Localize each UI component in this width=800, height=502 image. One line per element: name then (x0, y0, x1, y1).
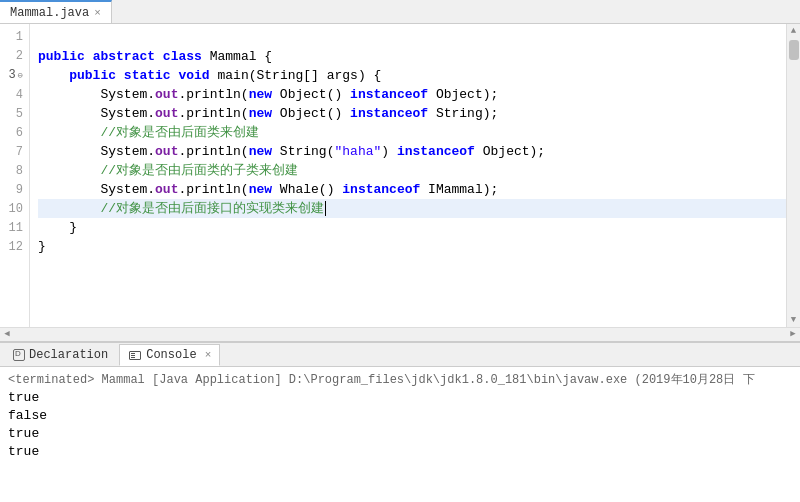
console-icon (128, 348, 142, 362)
line-number: 11 (6, 219, 23, 238)
tab-close-icon[interactable]: × (94, 7, 101, 19)
declaration-icon (13, 349, 25, 361)
scroll-track[interactable] (16, 330, 784, 340)
system-text-5: System. (100, 106, 155, 121)
line-number: 9 (6, 181, 23, 200)
println-7: .println( (178, 144, 248, 159)
console-tab-close[interactable]: × (205, 349, 212, 361)
code-line-3: public static void main(String[] args) { (38, 66, 786, 85)
code-line-6: //对象是否由后面类来创建 (38, 123, 786, 142)
keyword-instanceof-4: instanceof (350, 87, 428, 102)
line-number: 2 (6, 47, 23, 66)
declaration-tab-label: Declaration (29, 348, 108, 362)
code-line-11: } (38, 218, 786, 237)
code-line-10: //对象是否由后面接口的实现类来创建 (38, 199, 786, 218)
code-line-8: //对象是否由后面类的子类来创建 (38, 161, 786, 180)
output-line-4: true (8, 443, 792, 461)
keyword-public-2: public (69, 68, 116, 83)
end-5: String); (428, 106, 498, 121)
out-9: out (155, 182, 178, 197)
rest-7b: ) (381, 144, 397, 159)
close-brace-12: } (38, 239, 46, 254)
keyword-instanceof-7: instanceof (397, 144, 475, 159)
class-name-text: Mammal { (210, 49, 272, 64)
out-5: out (155, 106, 178, 121)
method-main: main(String[] args) { (218, 68, 382, 83)
system-text-9: System. (100, 182, 155, 197)
tab-declaration[interactable]: Declaration (4, 344, 117, 366)
editor-tab[interactable]: Mammal.java × (0, 0, 112, 23)
rest-5: Object() (272, 106, 350, 121)
bottom-panel: Declaration Console × <terminated> Mamma… (0, 342, 800, 502)
code-line-5: System.out.println(new Object() instance… (38, 104, 786, 123)
vertical-scrollbar[interactable]: ▲ ▼ (786, 24, 800, 327)
scroll-down-arrow[interactable]: ▼ (787, 313, 800, 327)
code-line-7: System.out.println(new String("haha") in… (38, 142, 786, 161)
system-text-7: System. (100, 144, 155, 159)
line-number: 1 (6, 28, 23, 47)
keyword-void: void (178, 68, 209, 83)
code-line-2: public abstract class Mammal { (38, 47, 786, 66)
console-tab-label: Console (146, 348, 196, 362)
comment-10: //对象是否由后面接口的实现类来创建 (100, 201, 326, 216)
line-number: 10 (6, 200, 23, 219)
scroll-right-arrow[interactable]: ▶ (786, 328, 800, 342)
line-number: 6 (6, 124, 23, 143)
comment-8: //对象是否由后面类的子类来创建 (100, 163, 298, 178)
println-5: .println( (178, 106, 248, 121)
keyword-new-5: new (249, 106, 272, 121)
code-line-12: } (38, 237, 786, 256)
rest-4: Object() (272, 87, 350, 102)
code-line-4: System.out.println(new Object() instance… (38, 85, 786, 104)
fold-indicator: ⊖ (18, 67, 23, 86)
end-7: Object); (475, 144, 545, 159)
line-number-fold: 3⊖ (6, 66, 23, 86)
output-line-3: true (8, 425, 792, 443)
scroll-left-arrow[interactable]: ◀ (0, 328, 14, 342)
string-haha: "haha" (334, 144, 381, 159)
code-area[interactable]: public abstract class Mammal { public st… (30, 24, 786, 327)
console-icon-rect (129, 351, 141, 360)
close-brace-11: } (69, 220, 77, 235)
output-line-1: true (8, 389, 792, 407)
keyword-class: class (163, 49, 202, 64)
keyword-static: static (124, 68, 171, 83)
terminated-line: <terminated> Mammal [Java Application] D… (8, 371, 792, 389)
bottom-tab-bar: Declaration Console × (0, 343, 800, 367)
output-line-2: false (8, 407, 792, 425)
editor-container: Mammal.java × 1 2 3⊖ 4 5 6 7 8 9 10 11 1… (0, 0, 800, 342)
comment-6: //对象是否由后面类来创建 (100, 125, 259, 140)
keyword-abstract: abstract (93, 49, 155, 64)
keyword-new-4: new (249, 87, 272, 102)
rest-9a: Whale() (272, 182, 342, 197)
rest-7a: String( (272, 144, 334, 159)
keyword-new-9: new (249, 182, 272, 197)
tab-filename: Mammal.java (10, 6, 89, 20)
keyword-new-7: new (249, 144, 272, 159)
keyword-instanceof-9: instanceof (342, 182, 420, 197)
out-4: out (155, 87, 178, 102)
keyword-instanceof-5: instanceof (350, 106, 428, 121)
line-number: 8 (6, 162, 23, 181)
editor-tab-bar: Mammal.java × (0, 0, 800, 24)
println-4: .println( (178, 87, 248, 102)
text-cursor (325, 201, 326, 216)
tab-console[interactable]: Console × (119, 344, 220, 366)
out-7: out (155, 144, 178, 159)
line-number: 5 (6, 105, 23, 124)
horizontal-scrollbar[interactable]: ◀ ▶ (0, 327, 800, 341)
console-content: <terminated> Mammal [Java Application] D… (0, 367, 800, 502)
line-numbers: 1 2 3⊖ 4 5 6 7 8 9 10 11 12 (0, 24, 30, 327)
line-number: 7 (6, 143, 23, 162)
keyword-public: public (38, 49, 85, 64)
line-number: 12 (6, 238, 23, 257)
scroll-up-arrow[interactable]: ▲ (787, 24, 800, 38)
code-line-9: System.out.println(new Whale() instanceo… (38, 180, 786, 199)
println-9: .println( (178, 182, 248, 197)
end-4: Object); (428, 87, 498, 102)
end-9: IMammal); (420, 182, 498, 197)
code-line-1 (38, 28, 786, 47)
scroll-thumb[interactable] (789, 40, 799, 60)
editor-body: 1 2 3⊖ 4 5 6 7 8 9 10 11 12 public abstr… (0, 24, 800, 327)
system-text-4: System. (100, 87, 155, 102)
